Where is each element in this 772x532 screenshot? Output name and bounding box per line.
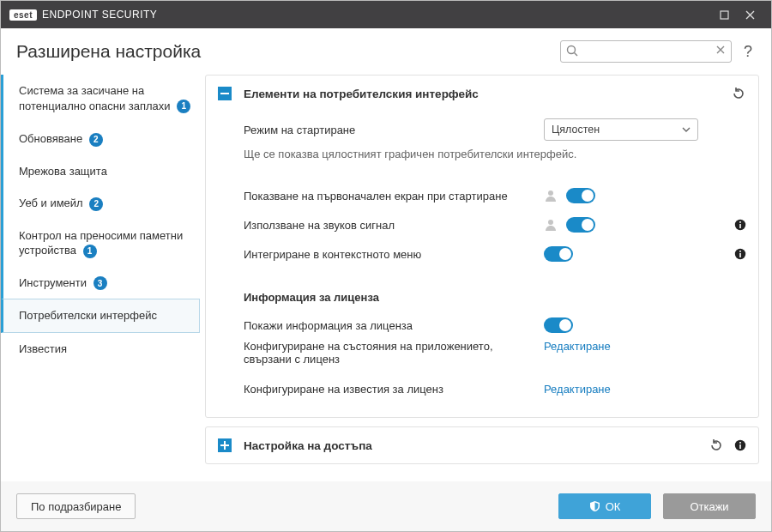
panel-title: Елементи на потребителския интерфейс	[244, 88, 719, 100]
svg-point-1	[567, 46, 575, 54]
sidebar-item-label: Известия	[19, 342, 67, 357]
search-icon	[565, 44, 579, 57]
splash-toggle[interactable]	[566, 188, 595, 203]
user-icon	[544, 218, 558, 232]
footer: По подразбиране ОК Откажи	[1, 481, 771, 531]
search-input[interactable]	[560, 40, 732, 63]
sidebar-item-ui[interactable]: Потребителски интерфейс	[1, 299, 200, 333]
startup-mode-label: Режим на стартиране	[244, 124, 535, 136]
revert-icon[interactable]	[709, 438, 724, 453]
sidebar-item-tools[interactable]: Инструменти 3	[1, 267, 200, 299]
panel-access-setup: Настройка на достъпа	[205, 426, 759, 464]
ok-button[interactable]: ОК	[558, 493, 651, 519]
startup-mode-value: Цялостен	[552, 124, 600, 136]
default-button-label: По подразбиране	[31, 500, 121, 513]
info-icon[interactable]	[734, 248, 746, 260]
expand-icon[interactable]	[218, 438, 232, 452]
info-icon[interactable]	[734, 439, 746, 451]
info-icon[interactable]	[734, 219, 746, 231]
brand: eset ENDPOINT SECURITY	[9, 9, 157, 21]
window-maximize-button[interactable]	[711, 1, 737, 28]
cancel-button-label: Откажи	[690, 500, 728, 513]
sidebar-item-label: Контрол на преносими паметни устройства	[19, 229, 183, 257]
sidebar-badge: 1	[83, 245, 97, 258]
svg-rect-9	[739, 251, 741, 252]
search-box	[560, 40, 732, 63]
svg-rect-0	[721, 11, 728, 19]
page-title: Разширена настройка	[16, 41, 552, 62]
clear-search-icon[interactable]	[715, 44, 727, 56]
sidebar-item-notifications[interactable]: Известия	[1, 333, 200, 366]
sidebar-item-label: Мрежова защита	[19, 164, 107, 179]
brand-name: ENDPOINT SECURITY	[42, 9, 157, 21]
sidebar-item-label: Обновяване	[19, 132, 82, 145]
default-button[interactable]: По подразбиране	[16, 493, 136, 519]
license-section-header: Информация за лиценза	[244, 291, 746, 304]
brand-badge: eset	[9, 9, 37, 21]
shield-icon	[589, 500, 600, 512]
show-license-toggle[interactable]	[544, 317, 573, 333]
sidebar-item-label: Система за засичане на потенциално опасн…	[19, 84, 171, 112]
sidebar-item-web-email[interactable]: Уеб и имейл 2	[1, 187, 200, 220]
collapse-icon[interactable]	[218, 87, 232, 100]
revert-icon[interactable]	[731, 86, 746, 101]
svg-rect-8	[739, 253, 741, 257]
ok-button-label: ОК	[606, 500, 621, 513]
panel-ui-elements: Елементи на потребителския интерфейс Реж…	[205, 75, 759, 418]
svg-rect-5	[739, 224, 741, 228]
sidebar-item-device-control[interactable]: Контрол на преносими паметни устройства …	[1, 220, 200, 267]
user-icon	[544, 189, 558, 203]
row-showlic-label: Покажи информация за лиценза	[244, 319, 535, 332]
svg-rect-12	[739, 442, 741, 444]
edit-license-notif-link[interactable]: Редактиране	[544, 383, 611, 396]
row-splash-label: Показване на първоначален екран при стар…	[244, 190, 535, 203]
sidebar-item-network[interactable]: Мрежова защита	[1, 155, 200, 188]
row-context-label: Интегриране в контекстното меню	[244, 248, 535, 261]
sidebar-badge: 2	[89, 197, 103, 211]
panel-title: Настройка на достъпа	[244, 439, 697, 452]
main-content: Елементи на потребителския интерфейс Реж…	[200, 75, 771, 481]
row-state-cfg-label: Конфигуриране на състояния на приложение…	[244, 340, 535, 366]
svg-rect-6	[739, 221, 741, 223]
cancel-button[interactable]: Откажи	[663, 493, 756, 519]
window-close-button[interactable]	[737, 1, 763, 28]
help-button[interactable]: ?	[740, 43, 756, 61]
sidebar-item-detection[interactable]: Система за засичане на потенциално опасн…	[1, 75, 200, 123]
context-menu-toggle[interactable]	[544, 246, 573, 262]
row-sound-label: Използване на звуков сигнал	[244, 219, 535, 232]
svg-point-3	[548, 220, 553, 225]
sidebar-item-update[interactable]: Обновяване 2	[1, 123, 200, 155]
row-notif-cfg-label: Конфигуриране на известия за лиценз	[244, 383, 535, 396]
sidebar: Система за засичане на потенциално опасн…	[1, 75, 200, 481]
startup-mode-desc: Ще се показва цялостният графичен потреб…	[244, 144, 746, 162]
header: Разширена настройка ?	[1, 28, 771, 75]
svg-point-2	[548, 190, 553, 196]
sidebar-item-label: Уеб и имейл	[19, 196, 83, 209]
sidebar-item-label: Инструменти	[19, 276, 87, 289]
chevron-down-icon	[682, 127, 691, 132]
startup-mode-select[interactable]: Цялостен	[544, 118, 698, 141]
titlebar: eset ENDPOINT SECURITY	[1, 1, 771, 28]
sound-toggle[interactable]	[566, 217, 595, 233]
sidebar-badge: 3	[93, 276, 107, 290]
edit-app-states-link[interactable]: Редактиране	[544, 340, 611, 353]
sidebar-badge: 2	[89, 133, 103, 147]
sidebar-badge: 1	[177, 100, 190, 113]
svg-rect-11	[739, 444, 741, 449]
sidebar-item-label: Потребителски интерфейс	[19, 308, 157, 323]
